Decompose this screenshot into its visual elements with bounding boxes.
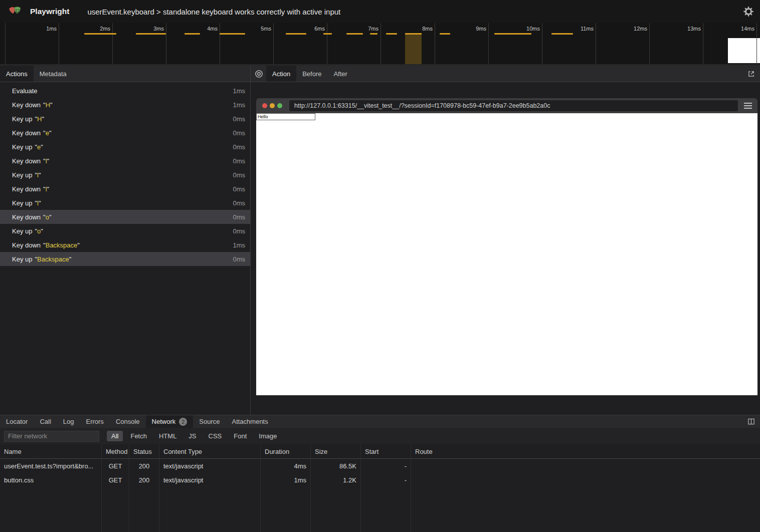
action-title: Key down — [12, 213, 41, 221]
tab-console[interactable]: Console — [110, 415, 146, 428]
tab-attachments[interactable]: Attachments — [226, 415, 274, 428]
column-header-name[interactable]: Name — [0, 444, 102, 458]
action-duration: 0ms — [233, 129, 245, 137]
column-header-status[interactable]: Status — [129, 444, 159, 458]
snapshot-panel: ActionBeforeAfter http://127.0.0.1:63315 — [251, 66, 760, 415]
network-filter-row: AllFetchHTMLJSCSSFontImage — [0, 428, 760, 444]
column-header-duration[interactable]: Duration — [261, 444, 311, 458]
timeline-label: 10ms — [510, 26, 540, 32]
filter-chip-html[interactable]: HTML — [154, 431, 181, 441]
network-table-row[interactable]: button.cssGET200text/javascript1ms1.2K- — [0, 473, 760, 487]
timeline-action-tick — [84, 33, 116, 35]
details-panel: LocatorCallLogErrorsConsoleNetwork2Sourc… — [0, 415, 760, 532]
timeline-label: 14ms — [724, 26, 754, 32]
action-duration: 0ms — [233, 185, 245, 193]
tab-before[interactable]: Before — [296, 66, 327, 82]
timeline-gridline — [596, 23, 596, 64]
action-title: Key down — [12, 129, 41, 137]
action-list-item[interactable]: Key up "l" 0ms — [0, 168, 250, 182]
filter-chip-all[interactable]: All — [107, 431, 123, 441]
action-title: Key up — [12, 115, 32, 123]
tab-locator[interactable]: Locator — [0, 415, 34, 428]
filter-chip-fetch[interactable]: Fetch — [126, 431, 151, 441]
timeline-gridline — [112, 23, 113, 64]
filler-cell — [411, 487, 760, 532]
action-duration: 1ms — [233, 101, 245, 109]
network-table-row[interactable]: userEvent.test.ts?import&bro...GET200tex… — [0, 459, 760, 473]
timeline-gridline — [542, 23, 542, 64]
timeline-label: 11ms — [563, 26, 594, 32]
cell-name: button.css — [0, 473, 102, 487]
timeline-gridline — [488, 23, 489, 64]
column-header-size[interactable]: Size — [311, 444, 361, 458]
filter-chip-image[interactable]: Image — [254, 431, 281, 441]
filter-network-input[interactable] — [4, 431, 99, 442]
action-key: "l" — [35, 171, 41, 179]
action-title: Key down — [12, 101, 41, 109]
timeline-action-tick — [323, 33, 332, 35]
timeline-action-tick — [184, 33, 200, 35]
tab-errors[interactable]: Errors — [80, 415, 109, 428]
tab-after[interactable]: After — [327, 66, 353, 82]
cell-status: 200 — [129, 473, 159, 487]
page-text-input[interactable] — [256, 113, 315, 120]
tab-action[interactable]: Action — [266, 66, 296, 82]
column-header-route[interactable]: Route — [411, 444, 760, 458]
action-key: "H" — [43, 101, 53, 109]
action-list-item[interactable]: Key up "o" 0ms — [0, 224, 250, 238]
action-duration: 0ms — [233, 157, 245, 165]
action-title: Key up — [12, 255, 32, 263]
timeline-action-tick — [346, 33, 363, 35]
timeline-gridline — [220, 23, 220, 64]
tab-network[interactable]: Network2 — [146, 415, 194, 428]
column-header-method[interactable]: Method — [102, 444, 129, 458]
action-list-item[interactable]: Key up "H" 0ms — [0, 112, 250, 126]
timeline[interactable]: 1ms2ms3ms4ms5ms6ms7ms8ms9ms10ms11ms12ms1… — [0, 23, 760, 66]
filter-chip-js[interactable]: JS — [184, 431, 201, 441]
main-area: ActionsMetadata Evaluate "" 1ms Key down… — [0, 66, 760, 415]
tab-log[interactable]: Log — [57, 415, 80, 428]
action-key: "l" — [35, 199, 41, 207]
cell-size: 86.5K — [311, 459, 361, 473]
action-list-item[interactable]: Key up "Backspace" 0ms — [0, 252, 250, 266]
action-title: Key up — [12, 199, 32, 207]
action-list-item[interactable]: Key down "e" 0ms — [0, 126, 250, 140]
filter-chip-css[interactable]: CSS — [204, 431, 227, 441]
action-list-item[interactable]: Key down "Backspace" 1ms — [0, 238, 250, 252]
cell-start: - — [361, 459, 411, 473]
filter-chip-font[interactable]: Font — [229, 431, 251, 441]
cell-duration: 4ms — [261, 459, 311, 473]
action-key: "Backspace" — [43, 241, 80, 249]
action-key: "o" — [43, 213, 51, 221]
column-header-content-type[interactable]: Content Type — [159, 444, 261, 458]
timeline-label: 5ms — [241, 26, 271, 32]
timeline-gridline — [381, 23, 381, 64]
tab-source[interactable]: Source — [193, 415, 226, 428]
action-list-item[interactable]: Key down "H" 1ms — [0, 98, 250, 112]
pick-locator-target-icon[interactable] — [251, 66, 266, 82]
details-tabs: LocatorCallLogErrorsConsoleNetwork2Sourc… — [0, 415, 274, 428]
action-list-item[interactable]: Key up "l" 0ms — [0, 196, 250, 210]
timeline-gridline — [703, 23, 703, 64]
cell-name: userEvent.test.ts?import&bro... — [0, 459, 102, 473]
action-list-item[interactable]: Key down "l" 0ms — [0, 182, 250, 196]
tab-metadata[interactable]: Metadata — [34, 66, 73, 82]
open-external-icon[interactable] — [743, 66, 760, 82]
action-list-item[interactable]: Evaluate "" 1ms — [0, 84, 250, 98]
cell-method: GET — [102, 473, 129, 487]
action-list-item[interactable]: Key up "e" 0ms — [0, 140, 250, 154]
action-duration: 1ms — [233, 241, 245, 249]
traffic-light-dots — [262, 103, 282, 108]
action-list-item[interactable]: Key down "o" 0ms — [0, 210, 250, 224]
split-columns-icon[interactable] — [743, 415, 760, 428]
column-header-start[interactable]: Start — [361, 444, 411, 458]
filler-cell — [0, 487, 102, 532]
tab-actions[interactable]: Actions — [0, 66, 34, 82]
timeline-action-tick — [386, 33, 397, 35]
action-key: "Backspace" — [35, 255, 71, 263]
tab-call[interactable]: Call — [34, 415, 57, 428]
filler-cell — [361, 487, 411, 532]
timeline-label: 4ms — [187, 26, 218, 32]
action-list-item[interactable]: Key down "l" 0ms — [0, 154, 250, 168]
settings-gear-icon[interactable] — [743, 6, 754, 17]
